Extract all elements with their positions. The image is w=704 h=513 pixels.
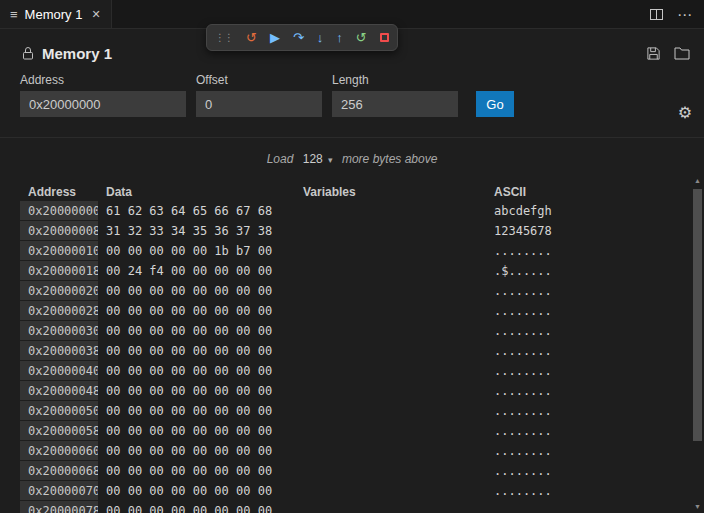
vertical-scrollbar[interactable]: ▲ ▼: [692, 176, 703, 513]
chevron-down-icon[interactable]: ▾: [328, 155, 333, 165]
row-data[interactable]: 00 00 00 00 00 00 00 00: [98, 281, 295, 301]
tabbar-actions: ⋯: [650, 0, 704, 28]
col-header-ascii: ASCII: [486, 185, 688, 199]
row-data[interactable]: 00 00 00 00 00 00 00 00: [98, 421, 295, 441]
address-form: Address Offset Length Go: [0, 69, 704, 117]
row-variables: [295, 321, 486, 341]
row-address: 0x20000070: [20, 481, 98, 501]
table-row[interactable]: 0x20000008 31 32 33 34 35 36 37 38 12345…: [20, 221, 688, 241]
scroll-down-icon[interactable]: ▼: [692, 502, 703, 512]
load-more-above[interactable]: Load 128 ▾ more bytes above: [0, 138, 704, 176]
more-actions-icon[interactable]: ⋯: [677, 9, 692, 20]
close-icon[interactable]: ✕: [91, 8, 100, 21]
row-variables: [295, 201, 486, 221]
row-data[interactable]: 00 00 00 00 00 00 00 00: [98, 501, 295, 513]
table-row[interactable]: 0x20000040 00 00 00 00 00 00 00 00 .....…: [20, 361, 688, 381]
row-address: 0x20000018: [20, 261, 98, 281]
row-ascii: ........: [486, 381, 688, 401]
split-editor-icon[interactable]: [650, 9, 663, 20]
table-row[interactable]: 0x20000038 00 00 00 00 00 00 00 00 .....…: [20, 341, 688, 361]
go-button[interactable]: Go: [476, 91, 514, 117]
row-variables: [295, 281, 486, 301]
row-data[interactable]: 00 24 f4 00 00 00 00 00: [98, 261, 295, 281]
row-variables: [295, 421, 486, 441]
row-variables: [295, 261, 486, 281]
offset-label: Offset: [196, 73, 322, 87]
row-address: 0x20000048: [20, 381, 98, 401]
offset-field-group: Offset: [196, 73, 322, 117]
row-variables: [295, 241, 486, 261]
row-data[interactable]: 00 00 00 00 00 00 00 00: [98, 341, 295, 361]
row-ascii: ........: [486, 481, 688, 501]
drag-grip-icon[interactable]: ⋮⋮: [215, 32, 233, 43]
row-ascii: 12345678: [486, 221, 688, 241]
table-row[interactable]: 0x20000068 00 00 00 00 00 00 00 00 .....…: [20, 461, 688, 481]
table-row[interactable]: 0x20000060 00 00 00 00 00 00 00 00 .....…: [20, 441, 688, 461]
row-data[interactable]: 00 00 00 00 00 00 00 00: [98, 361, 295, 381]
step-into-icon[interactable]: ↓: [317, 31, 324, 44]
offset-input[interactable]: [196, 91, 322, 117]
memory-view-icon: ≡: [10, 7, 18, 22]
length-input[interactable]: [332, 91, 458, 117]
scrollbar-thumb[interactable]: [693, 189, 702, 441]
row-data[interactable]: 00 00 00 00 00 00 00 00: [98, 321, 295, 341]
row-data[interactable]: 00 00 00 00 00 00 00 00: [98, 481, 295, 501]
row-variables: [295, 381, 486, 401]
row-variables: [295, 441, 486, 461]
row-address: 0x20000028: [20, 301, 98, 321]
step-over-icon[interactable]: ↷: [293, 31, 304, 44]
stop-icon[interactable]: [380, 33, 389, 42]
col-header-variables: Variables: [295, 185, 486, 199]
length-field-group: Length: [332, 73, 458, 117]
open-folder-icon[interactable]: [674, 46, 690, 60]
table-row[interactable]: 0x20000010 00 00 00 00 00 1b b7 00 .....…: [20, 241, 688, 261]
load-count-select[interactable]: 128: [303, 152, 323, 166]
row-address: 0x20000040: [20, 361, 98, 381]
row-data[interactable]: 61 62 63 64 65 66 67 68: [98, 201, 295, 221]
row-data[interactable]: 00 00 00 00 00 00 00 00: [98, 381, 295, 401]
row-data[interactable]: 00 00 00 00 00 1b b7 00: [98, 241, 295, 261]
table-row[interactable]: 0x20000000 61 62 63 64 65 66 67 68 abcde…: [20, 201, 688, 221]
row-address: 0x20000060: [20, 441, 98, 461]
row-data[interactable]: 00 00 00 00 00 00 00 00: [98, 441, 295, 461]
row-variables: [295, 221, 486, 241]
memory-rows: 0x20000000 61 62 63 64 65 66 67 68 abcde…: [0, 201, 704, 513]
row-data[interactable]: 00 00 00 00 00 00 00 00: [98, 461, 295, 481]
row-ascii: ........: [486, 241, 688, 261]
table-row[interactable]: 0x20000078 00 00 00 00 00 00 00 00 .....…: [20, 501, 688, 513]
tab-memory-1[interactable]: ≡ Memory 1 ✕: [0, 0, 112, 28]
row-address: 0x20000050: [20, 401, 98, 421]
row-ascii: ........: [486, 341, 688, 361]
length-label: Length: [332, 73, 458, 87]
scroll-up-icon[interactable]: ▲: [692, 176, 703, 186]
row-data[interactable]: 31 32 33 34 35 36 37 38: [98, 221, 295, 241]
gear-icon[interactable]: ⚙: [678, 103, 692, 122]
table-row[interactable]: 0x20000058 00 00 00 00 00 00 00 00 .....…: [20, 421, 688, 441]
row-ascii: ........: [486, 421, 688, 441]
step-out-icon[interactable]: ↑: [336, 31, 343, 44]
restart-icon[interactable]: ↺: [356, 31, 367, 44]
table-row[interactable]: 0x20000048 00 00 00 00 00 00 00 00 .....…: [20, 381, 688, 401]
row-data[interactable]: 00 00 00 00 00 00 00 00: [98, 301, 295, 321]
table-row[interactable]: 0x20000070 00 00 00 00 00 00 00 00 .....…: [20, 481, 688, 501]
address-input[interactable]: [20, 91, 186, 117]
row-variables: [295, 481, 486, 501]
debug-toolbar: ⋮⋮ ↺ ▶ ↷ ↓ ↑ ↺: [206, 24, 398, 51]
row-address: 0x20000078: [20, 501, 98, 513]
row-ascii: ........: [486, 361, 688, 381]
continue-icon[interactable]: ▶: [270, 31, 280, 44]
table-row[interactable]: 0x20000020 00 00 00 00 00 00 00 00 .....…: [20, 281, 688, 301]
row-address: 0x20000030: [20, 321, 98, 341]
lock-icon[interactable]: [22, 46, 34, 60]
row-variables: [295, 501, 486, 513]
save-icon[interactable]: [646, 46, 661, 61]
row-address: 0x20000058: [20, 421, 98, 441]
row-ascii: .$......: [486, 261, 688, 281]
table-row[interactable]: 0x20000028 00 00 00 00 00 00 00 00 .....…: [20, 301, 688, 321]
row-ascii: ........: [486, 301, 688, 321]
table-row[interactable]: 0x20000050 00 00 00 00 00 00 00 00 .....…: [20, 401, 688, 421]
reset-device-icon[interactable]: ↺: [246, 31, 257, 44]
table-row[interactable]: 0x20000030 00 00 00 00 00 00 00 00 .....…: [20, 321, 688, 341]
table-row[interactable]: 0x20000018 00 24 f4 00 00 00 00 00 .$...…: [20, 261, 688, 281]
row-data[interactable]: 00 00 00 00 00 00 00 00: [98, 401, 295, 421]
